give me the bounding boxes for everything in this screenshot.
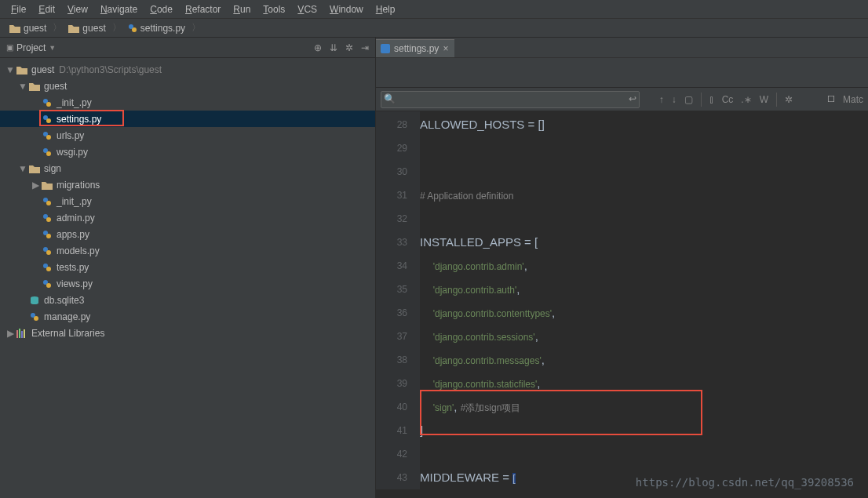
tab-settings-py[interactable]: settings.py × bbox=[376, 39, 454, 57]
tree-item--init--py[interactable]: _init_.py bbox=[0, 193, 375, 209]
project-tree[interactable]: ▼ guest D:\python3\Scripts\guest ▼ guest… bbox=[0, 58, 375, 344]
code-line-31[interactable]: # Application definition bbox=[420, 184, 555, 207]
tree-item-sign[interactable]: ▼ sign bbox=[0, 160, 375, 176]
search-input[interactable] bbox=[381, 91, 640, 108]
menu-file[interactable]: File bbox=[5, 2, 32, 17]
code-line-28[interactable]: ALLOWED_HOSTS = [] bbox=[420, 113, 555, 136]
code-line-40[interactable]: 'sign', #添加sign项目 bbox=[420, 395, 555, 419]
tree-item--init--py[interactable]: _init_.py bbox=[0, 94, 375, 111]
line-number: 43 bbox=[376, 466, 407, 489]
line-number: 38 bbox=[376, 348, 407, 372]
tree-item-guest[interactable]: ▼ guest D:\python3\Scripts\guest bbox=[0, 61, 375, 78]
breadcrumb-0[interactable]: guest bbox=[5, 21, 51, 35]
regex-icon[interactable]: .∗ bbox=[741, 94, 751, 105]
find-bar: 🔍 ↩ ↑ ↓ ▢ ⫿ Cc .∗ W ✲ ☐ Matc bbox=[376, 88, 868, 111]
tree-item-admin-py[interactable]: admin.py bbox=[0, 209, 375, 226]
code-line-38[interactable]: 'django.contrib.messages', bbox=[420, 348, 555, 372]
target-icon[interactable]: ⊕ bbox=[314, 42, 322, 53]
menu-help[interactable]: Help bbox=[370, 2, 402, 17]
menu-vcs[interactable]: VCS bbox=[291, 2, 323, 17]
project-header: ▣ Project ▼ ⊕ ⇊ ✲ ⇥ bbox=[0, 38, 375, 58]
search-history-icon[interactable]: ↩ bbox=[629, 93, 636, 104]
prev-match-icon[interactable]: ↑ bbox=[659, 94, 664, 105]
tree-item-wsgi-py[interactable]: wsgi.py bbox=[0, 144, 375, 160]
tree-item-external-libraries[interactable]: ▶ External Libraries bbox=[0, 325, 375, 341]
code-line-43[interactable]: MIDDLEWARE = [ bbox=[420, 466, 555, 489]
settings-gear-icon[interactable]: ✲ bbox=[345, 42, 353, 53]
hide-icon[interactable]: ⇥ bbox=[361, 42, 369, 53]
svg-point-17 bbox=[46, 250, 51, 255]
tree-label: urls.py bbox=[57, 130, 84, 141]
code-line-34[interactable]: 'django.contrib.admin', bbox=[420, 254, 555, 278]
expand-arrow[interactable]: ▶ bbox=[30, 180, 41, 191]
tree-item-models-py[interactable]: models.py bbox=[0, 242, 375, 259]
line-number: 36 bbox=[376, 301, 407, 325]
breadcrumb-bar: guest〉guest〉settings.py〉 bbox=[0, 19, 868, 38]
code-line-37[interactable]: 'django.contrib.sessions', bbox=[420, 325, 555, 348]
watermark: https://blog.csdn.net/qq_39208536 bbox=[636, 476, 854, 489]
breadcrumb-2[interactable]: settings.py bbox=[123, 21, 190, 35]
tree-item-tests-py[interactable]: tests.py bbox=[0, 259, 375, 275]
code-line-39[interactable]: 'django.contrib.staticfiles', bbox=[420, 372, 555, 395]
code-line-42[interactable] bbox=[420, 442, 555, 466]
next-match-icon[interactable]: ↓ bbox=[672, 94, 677, 105]
dropdown-icon[interactable]: ▼ bbox=[49, 44, 56, 52]
folder-icon bbox=[28, 162, 41, 175]
line-number: 33 bbox=[376, 231, 407, 254]
word-icon[interactable]: W bbox=[760, 94, 768, 105]
svg-point-7 bbox=[46, 135, 51, 140]
gear-icon[interactable]: ✲ bbox=[785, 94, 793, 105]
svg-point-26 bbox=[34, 316, 38, 321]
tree-label: tests.py bbox=[57, 262, 89, 273]
tree-label: db.sqlite3 bbox=[44, 295, 84, 306]
lib-icon bbox=[16, 327, 28, 340]
collapse-icon[interactable]: ⇊ bbox=[330, 42, 337, 53]
expand-arrow[interactable]: ▼ bbox=[17, 163, 28, 174]
tree-label: views.py bbox=[57, 278, 93, 289]
menu-run[interactable]: Run bbox=[227, 2, 257, 17]
expand-arrow[interactable]: ▼ bbox=[17, 81, 28, 92]
code-line-32[interactable] bbox=[420, 207, 555, 231]
menu-tools[interactable]: Tools bbox=[257, 2, 291, 17]
menu-edit[interactable]: Edit bbox=[32, 2, 61, 17]
svg-point-3 bbox=[46, 102, 51, 107]
project-toggle-icon[interactable]: ▣ bbox=[6, 43, 13, 52]
tree-item-guest[interactable]: ▼ guest bbox=[0, 78, 375, 94]
python-icon bbox=[381, 44, 390, 53]
tree-item-urls-py[interactable]: urls.py bbox=[0, 127, 375, 144]
tree-label: migrations bbox=[57, 180, 100, 191]
menu-window[interactable]: Window bbox=[323, 2, 370, 17]
case-icon[interactable]: Cc bbox=[722, 94, 734, 105]
expand-arrow[interactable]: ▶ bbox=[5, 328, 16, 339]
tree-item-apps-py[interactable]: apps.py bbox=[0, 226, 375, 242]
tree-item-db-sqlite3[interactable]: db.sqlite3 bbox=[0, 292, 375, 308]
py-icon bbox=[41, 261, 53, 274]
tree-label: manage.py bbox=[44, 311, 90, 322]
menu-view[interactable]: View bbox=[61, 2, 94, 17]
line-number: 37 bbox=[376, 325, 407, 348]
py-icon bbox=[41, 245, 53, 257]
expand-arrow[interactable]: ▼ bbox=[5, 64, 16, 75]
tree-item-views-py[interactable]: views.py bbox=[0, 275, 375, 292]
svg-point-24 bbox=[31, 301, 38, 304]
editor-area: settings.py × 🔍 ↩ ↑ ↓ ▢ ⫿ Cc .∗ W ✲ bbox=[376, 38, 868, 498]
menu-refactor[interactable]: Refactor bbox=[179, 2, 227, 17]
tree-item-manage-py[interactable]: manage.py bbox=[0, 308, 375, 325]
code-area[interactable]: 28293031323334353637383940414243 ALLOWED… bbox=[376, 111, 868, 489]
code-line-30[interactable] bbox=[420, 160, 555, 184]
tree-item-settings-py[interactable]: settings.py bbox=[0, 111, 375, 127]
code-line-29[interactable] bbox=[420, 136, 555, 160]
close-icon[interactable]: × bbox=[443, 43, 448, 54]
filter-icon[interactable]: ⫿ bbox=[709, 94, 714, 105]
code-line-36[interactable]: 'django.contrib.contenttypes', bbox=[420, 301, 555, 325]
highlight-icon[interactable]: ▢ bbox=[684, 94, 693, 105]
match-label: Matc bbox=[843, 94, 863, 105]
menu-navigate[interactable]: Navigate bbox=[94, 2, 144, 17]
code-lines[interactable]: ALLOWED_HOSTS = [] # Application definit… bbox=[420, 111, 555, 489]
breadcrumb-1[interactable]: guest bbox=[64, 21, 110, 35]
menu-code[interactable]: Code bbox=[144, 2, 179, 17]
code-line-33[interactable]: INSTALLED_APPS = [ bbox=[420, 231, 555, 254]
code-line-35[interactable]: 'django.contrib.auth', bbox=[420, 278, 555, 301]
code-line-41[interactable]: ] bbox=[420, 419, 555, 442]
tree-item-migrations[interactable]: ▶ migrations bbox=[0, 176, 375, 193]
